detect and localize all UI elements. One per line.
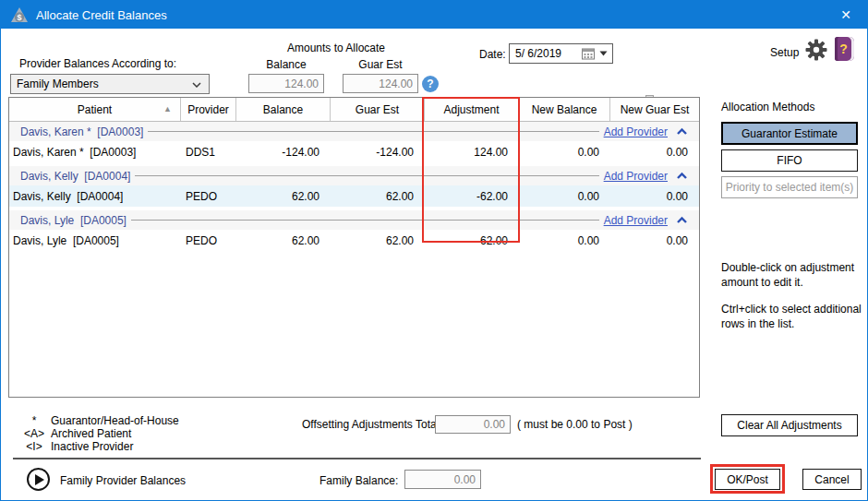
play-icon <box>35 474 44 485</box>
cell-new-balance: 0.00 <box>519 146 610 159</box>
allocation-methods-title: Allocation Methods <box>721 101 814 113</box>
setup-label: Setup <box>770 46 799 59</box>
hint-adjustment: Double-click on adjustment amount to edi… <box>721 261 868 291</box>
method-button-priority[interactable]: Priority to selected item(s) <box>721 176 858 198</box>
column-header-label: Guar Est <box>356 103 399 116</box>
gear-icon[interactable] <box>805 39 827 64</box>
group-row: Davis, Kelly [DA0004] Add Provider <box>9 166 699 185</box>
add-provider-link[interactable]: Add Provider <box>604 214 668 227</box>
cell-guar-est: 62.00 <box>331 190 425 203</box>
column-header-label: Adjustment <box>443 103 499 116</box>
provider-balances-select[interactable]: Family Members <box>10 74 210 94</box>
guar-est-amount-input <box>343 74 418 93</box>
cell-adjustment[interactable]: -62.00 <box>425 234 519 247</box>
hint-ctrl-click: Ctrl+click to select additional rows in … <box>721 303 868 332</box>
method-button-guarantor-estimate[interactable]: Guarantor Estimate <box>721 122 858 145</box>
collapse-caret-icon[interactable] <box>676 127 688 136</box>
family-expander-button[interactable] <box>27 468 50 491</box>
add-provider-link[interactable]: Add Provider <box>604 125 668 138</box>
group-divider-line <box>131 220 599 221</box>
date-label: Date: <box>479 48 506 61</box>
group-row: Davis, Lyle [DA0005] Add Provider <box>9 210 699 230</box>
svg-text:$: $ <box>17 13 21 22</box>
legend-label: Guarantor/Head-of-House <box>51 414 179 427</box>
column-header-new-guar-est[interactable]: New Guar Est <box>610 98 699 121</box>
legend-item: <I> Inactive Provider <box>21 440 179 453</box>
close-icon[interactable]: ✕ <box>825 1 867 29</box>
table-row[interactable]: Davis, Kelly [DA0004] PEDO 62.00 62.00 -… <box>9 185 699 207</box>
balances-table: Patient ▲ Provider Balance Guar Est Adju… <box>8 97 700 398</box>
cell-new-guar-est: 0.00 <box>610 146 699 159</box>
cell-provider: PEDO <box>181 190 236 203</box>
chevron-down-icon <box>192 78 201 90</box>
cell-adjustment[interactable]: -62.00 <box>425 190 519 203</box>
column-header-label: New Guar Est <box>621 103 690 116</box>
column-header-label: New Balance <box>532 103 597 116</box>
column-header-new-balance[interactable]: New Balance <box>519 98 610 121</box>
date-dropdown-icon[interactable] <box>599 51 608 56</box>
table-header: Patient ▲ Provider Balance Guar Est Adju… <box>9 98 699 122</box>
offsetting-total-input <box>435 415 511 434</box>
column-header-adjustment[interactable]: Adjustment <box>425 98 519 121</box>
column-header-patient[interactable]: Patient ▲ <box>9 98 181 121</box>
cell-balance: 62.00 <box>236 234 331 247</box>
titlebar: $ Allocate Credit Balances ✕ <box>1 1 867 29</box>
cell-guar-est: -124.00 <box>331 146 425 159</box>
cell-new-guar-est: 0.00 <box>610 190 699 203</box>
add-provider-link[interactable]: Add Provider <box>604 170 668 183</box>
clear-all-adjustments-button[interactable]: Clear All Adjustments <box>721 414 858 436</box>
legend-label: Archived Patient <box>51 427 131 440</box>
cell-adjustment[interactable]: 124.00 <box>425 146 519 159</box>
cell-balance: -124.00 <box>236 146 331 159</box>
column-header-label: Balance <box>263 103 303 116</box>
column-header-provider[interactable]: Provider <box>181 98 236 121</box>
help-book-icon[interactable]: ? <box>835 37 854 61</box>
balance-label: Balance <box>248 58 324 71</box>
help-icon[interactable]: ? <box>422 76 439 92</box>
group-divider-line <box>148 131 598 132</box>
legend-marker: <A> <box>21 427 47 440</box>
family-provider-balances-label: Family Provider Balances <box>60 474 186 487</box>
group-patient-name: Davis, Karen * [DA0003] <box>20 125 143 138</box>
guar-est-label: Guar Est <box>343 58 418 71</box>
date-picker[interactable]: 5/ 6/2019 <box>509 43 613 64</box>
cell-guar-est: 62.00 <box>331 234 425 247</box>
sort-asc-icon: ▲ <box>163 105 172 113</box>
collapse-caret-icon[interactable] <box>676 216 688 224</box>
family-balance-label: Family Balance: <box>319 474 398 487</box>
balance-amount-input <box>248 74 324 93</box>
cell-provider: PEDO <box>181 234 236 247</box>
method-button-fifo[interactable]: FIFO <box>721 149 858 172</box>
footer-divider <box>13 458 701 459</box>
table-row[interactable]: Davis, Karen * [DA0003] DDS1 -124.00 -12… <box>9 141 699 162</box>
cell-new-balance: 0.00 <box>519 234 610 247</box>
legend-item: * Guarantor/Head-of-House <box>21 414 179 427</box>
column-header-balance[interactable]: Balance <box>236 98 331 121</box>
column-header-label: Provider <box>187 103 229 116</box>
legend-item: <A> Archived Patient <box>21 427 179 440</box>
legend-marker: <I> <box>21 440 47 453</box>
collapse-caret-icon[interactable] <box>676 172 688 180</box>
window-title: Allocate Credit Balances <box>36 8 167 22</box>
group-patient-name: Davis, Kelly [DA0004] <box>20 170 130 183</box>
group-patient-name: Davis, Lyle [DA0005] <box>20 214 127 227</box>
cell-patient: Davis, Kelly [DA0004] <box>9 190 181 203</box>
date-value[interactable]: 5/ 6/2019 <box>515 47 582 60</box>
ok-post-button[interactable]: OK/Post <box>715 469 780 490</box>
legend: * Guarantor/Head-of-House <A> Archived P… <box>21 414 179 453</box>
provider-balances-value: Family Members <box>17 78 192 90</box>
cell-new-balance: 0.00 <box>519 190 610 203</box>
calendar-icon[interactable] <box>582 48 596 60</box>
cell-patient: Davis, Karen * [DA0003] <box>9 146 181 159</box>
legend-label: Inactive Provider <box>51 440 133 453</box>
cancel-button[interactable]: Cancel <box>802 469 862 490</box>
table-row[interactable]: Davis, Lyle [DA0005] PEDO 62.00 62.00 -6… <box>9 230 699 251</box>
allocate-credit-balances-dialog: $ Allocate Credit Balances ✕ Provider Ba… <box>0 0 868 501</box>
amounts-to-allocate-title: Amounts to Allocate <box>248 42 424 54</box>
cell-new-guar-est: 0.00 <box>610 234 699 247</box>
legend-marker: * <box>21 414 47 427</box>
offsetting-total-label: Offsetting Adjustments Total: <box>302 418 442 431</box>
provider-balances-label: Provider Balances According to: <box>19 57 176 70</box>
offsetting-note: ( must be 0.00 to Post ) <box>517 418 633 431</box>
column-header-guar-est[interactable]: Guar Est <box>331 98 425 121</box>
